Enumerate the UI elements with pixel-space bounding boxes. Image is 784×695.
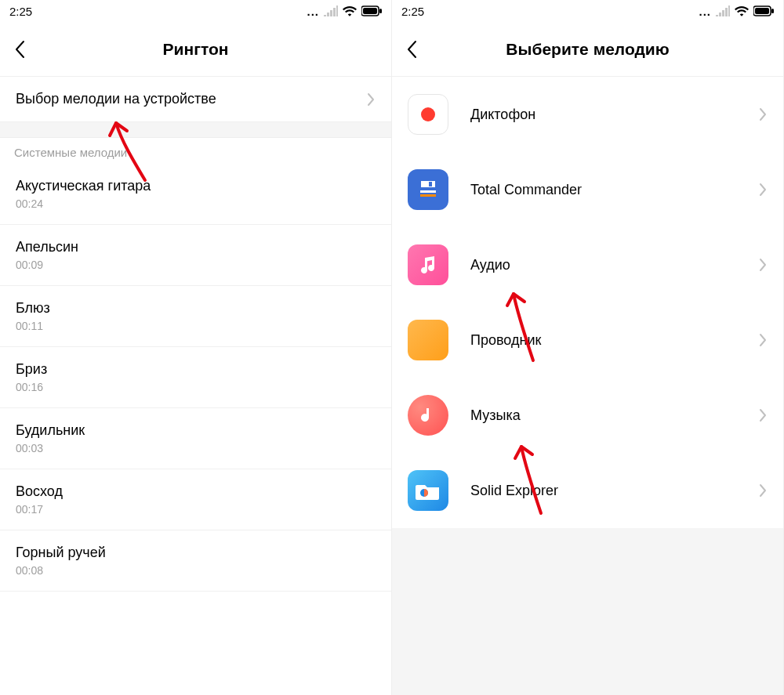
screen-choose-melody: 2:25 ... Выберите мелодию Диктофон Total… [392, 0, 784, 695]
status-dots: ... [307, 5, 319, 18]
status-time: 2:25 [9, 5, 32, 18]
music-app-icon [408, 395, 448, 436]
chevron-left-icon [406, 40, 417, 59]
app-recorder[interactable]: Диктофон [392, 77, 783, 152]
ringtone-name: Горный ручей [16, 545, 376, 561]
status-bar: 2:25 ... [0, 0, 391, 22]
music-note-icon [408, 244, 448, 285]
signal-icon [324, 5, 338, 16]
app-music[interactable]: Музыка [392, 378, 783, 453]
ringtone-duration: 00:08 [16, 564, 376, 577]
app-label: Музыка [470, 407, 758, 424]
ringtone-row[interactable]: Акустическая гитара 00:24 [0, 164, 391, 225]
signal-icon [716, 5, 730, 16]
app-label: Диктофон [470, 107, 758, 123]
svg-rect-2 [379, 9, 382, 13]
page-title: Выберите мелодию [392, 40, 783, 59]
battery-icon [753, 5, 774, 16]
ringtone-duration: 00:03 [16, 442, 376, 454]
status-icons: ... [699, 5, 774, 18]
app-label: Проводник [470, 332, 758, 349]
svg-rect-11 [420, 194, 436, 197]
pick-from-device-row[interactable]: Выбор мелодии на устройстве [0, 77, 391, 122]
svg-point-6 [421, 107, 435, 121]
svg-rect-10 [420, 190, 436, 193]
ringtone-name: Акустическая гитара [16, 178, 376, 194]
chevron-right-icon [758, 407, 768, 423]
app-total-commander[interactable]: Total Commander [392, 152, 783, 227]
svg-rect-8 [421, 181, 435, 187]
app-label: Аудио [470, 257, 758, 273]
ringtone-name: Будильник [16, 422, 376, 439]
ringtone-name: Блюз [16, 300, 376, 317]
svg-rect-5 [771, 9, 774, 13]
empty-area [392, 528, 783, 695]
ringtone-row[interactable]: Блюз 00:11 [0, 286, 391, 347]
app-label: Solid Explorer [470, 483, 758, 499]
svg-rect-9 [429, 182, 432, 186]
chevron-right-icon [758, 483, 768, 498]
status-bar: 2:25 ... [392, 0, 783, 22]
ringtone-row[interactable]: Бриз 00:16 [0, 347, 391, 408]
chevron-right-icon [758, 257, 768, 273]
ringtone-duration: 00:16 [16, 381, 376, 393]
floppy-icon [408, 169, 448, 210]
app-file-explorer[interactable]: Проводник [392, 302, 783, 378]
ringtone-name: Апельсин [16, 239, 376, 255]
ringtone-row[interactable]: Восход 00:17 [0, 469, 391, 530]
folder-icon [408, 320, 448, 360]
nav-bar: Рингтон [0, 22, 391, 77]
chevron-right-icon [758, 182, 768, 197]
svg-rect-4 [755, 8, 769, 14]
ringtone-row[interactable]: Горный ручей 00:08 [0, 530, 391, 592]
back-button[interactable] [0, 30, 39, 69]
screen-ringtone: 2:25 ... Рингтон Выбор мелодии на устрой… [0, 0, 392, 695]
chevron-right-icon [366, 92, 376, 107]
ringtone-row[interactable]: Апельсин 00:09 [0, 225, 391, 286]
section-gap [0, 122, 391, 138]
solid-explorer-icon [408, 470, 448, 511]
ringtone-name: Бриз [16, 361, 376, 378]
page-title: Рингтон [0, 40, 391, 59]
app-label: Total Commander [470, 182, 758, 198]
status-icons: ... [307, 5, 382, 18]
nav-bar: Выберите мелодию [392, 22, 783, 77]
chevron-left-icon [14, 40, 25, 59]
recorder-icon [408, 94, 448, 135]
ringtone-row[interactable]: Будильник 00:03 [0, 408, 391, 469]
svg-rect-1 [363, 8, 377, 14]
back-button[interactable] [392, 30, 431, 69]
status-time: 2:25 [401, 5, 424, 18]
wifi-icon [735, 5, 749, 16]
ringtone-duration: 00:09 [16, 259, 376, 271]
battery-icon [361, 5, 382, 16]
app-audio[interactable]: Аудио [392, 227, 783, 302]
ringtone-name: Восход [16, 483, 376, 500]
section-label: Системные мелодии [0, 138, 391, 164]
ringtone-duration: 00:17 [16, 503, 376, 516]
app-solid-explorer[interactable]: Solid Explorer [392, 453, 783, 528]
chevron-right-icon [758, 107, 768, 122]
ringtone-duration: 00:24 [16, 197, 376, 210]
chevron-right-icon [758, 332, 768, 348]
pick-from-device-label: Выбор мелодии на устройстве [16, 91, 366, 107]
status-dots: ... [699, 5, 711, 18]
wifi-icon [343, 5, 357, 16]
ringtone-duration: 00:11 [16, 320, 376, 332]
